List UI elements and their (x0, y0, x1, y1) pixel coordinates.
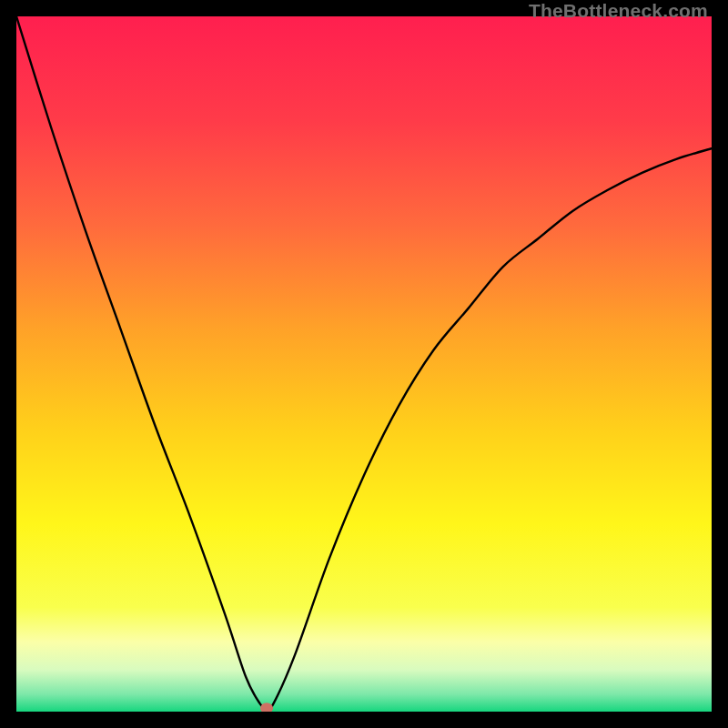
watermark-text: TheBottleneck.com (529, 0, 708, 22)
chart-canvas (16, 16, 712, 712)
gradient-background (16, 16, 712, 712)
chart-frame (16, 16, 712, 712)
